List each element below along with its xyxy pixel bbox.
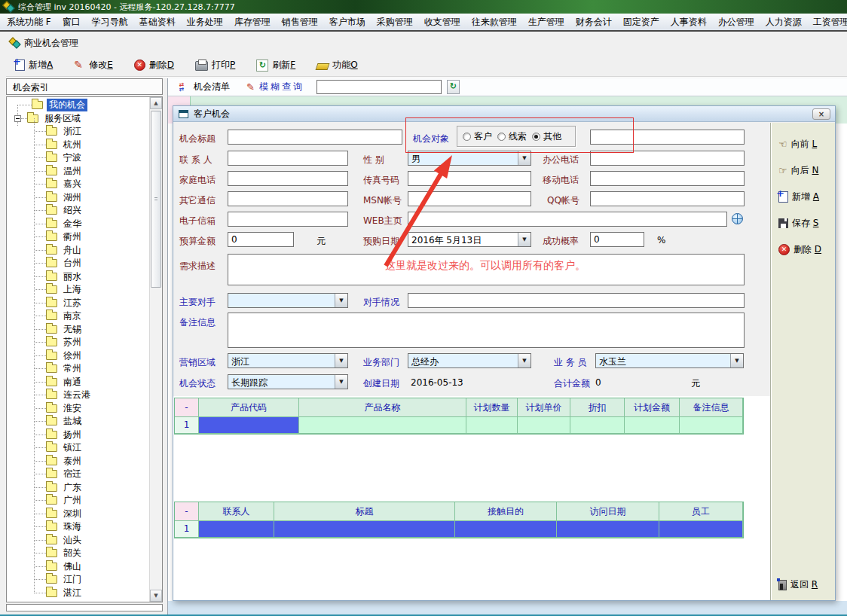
tree-item-region[interactable]: 湛江 <box>7 587 162 600</box>
region-select[interactable]: 浙江▼ <box>228 353 348 368</box>
tree-item-service-regions[interactable]: 服务区域 <box>7 112 162 126</box>
table-cell[interactable] <box>680 417 743 434</box>
chevron-down-icon[interactable]: ▼ <box>335 375 347 389</box>
tree-item-region[interactable]: 金华 <box>7 218 162 231</box>
tree-item-region[interactable]: 徐州 <box>7 349 162 363</box>
tree-item-region[interactable]: 江门 <box>7 573 162 587</box>
menu-item[interactable]: 基础资料 <box>139 16 176 29</box>
budget-input[interactable] <box>228 232 294 247</box>
menu-item[interactable]: 固定资产 <box>623 16 659 29</box>
tree-item-region[interactable]: 浙江 <box>7 125 162 139</box>
save-button[interactable]: 保存 S <box>771 215 835 230</box>
menu-item[interactable]: 财务会计 <box>576 16 612 29</box>
window-titlebar[interactable]: 综合管理 inv 20160420 - 远程服务-120.27.128.7:77… <box>0 0 847 14</box>
collapse-expander-icon[interactable] <box>14 115 21 122</box>
tree-item-region[interactable]: 广州 <box>7 494 162 508</box>
chevron-down-icon[interactable]: ▼ <box>730 354 743 367</box>
globe-icon[interactable] <box>732 213 743 224</box>
print-button[interactable]: 打印P <box>192 57 238 73</box>
tree-item-region[interactable]: 台州 <box>7 257 162 270</box>
mobile-input[interactable] <box>590 171 745 186</box>
previous-button[interactable]: ☜ 向前 L <box>771 136 835 151</box>
table-cell[interactable] <box>466 417 518 434</box>
add-button[interactable]: 新增A <box>12 57 56 73</box>
tree-item-my-opportunities[interactable]: 我的机会 <box>7 99 162 112</box>
tree-item-region[interactable]: 嘉兴 <box>7 178 162 191</box>
tree-item-region[interactable]: 宁波 <box>7 151 162 165</box>
chevron-down-icon[interactable]: ▼ <box>518 151 531 165</box>
menu-item[interactable]: 人事资料 <box>671 16 707 29</box>
scrollbar-thumb[interactable] <box>151 111 161 288</box>
dialog-close-icon[interactable]: × <box>812 108 830 120</box>
tree-item-region[interactable]: 宿迁 <box>7 468 162 481</box>
tree-item-region[interactable]: 汕头 <box>7 534 162 547</box>
menu-item[interactable]: 生产管理 <box>528 16 564 29</box>
qq-input[interactable] <box>590 191 745 206</box>
tree-item-region[interactable]: 南通 <box>7 376 162 389</box>
chevron-down-icon[interactable]: ▼ <box>335 294 347 307</box>
chevron-down-icon[interactable]: ▼ <box>518 233 531 246</box>
menu-item[interactable]: 人力资源 <box>766 16 802 29</box>
table-cell[interactable] <box>299 417 466 434</box>
table-cell-selected[interactable] <box>274 521 455 538</box>
search-input[interactable] <box>316 80 442 94</box>
tree-item-region[interactable]: 杭州 <box>7 139 162 152</box>
competitor-info-input[interactable] <box>408 293 745 308</box>
edit-button[interactable]: ✎ 修改E <box>71 57 116 73</box>
salesman-select[interactable]: 水玉兰▼ <box>595 353 744 368</box>
opp-title-input[interactable] <box>228 130 402 145</box>
contact-input[interactable] <box>228 151 348 166</box>
office-phone-input[interactable] <box>590 151 745 166</box>
menu-item[interactable]: 系统功能 F <box>7 16 51 29</box>
status-select[interactable]: 长期跟踪▼ <box>228 374 348 389</box>
competitor-select[interactable]: ▼ <box>228 293 348 308</box>
tree-item-region[interactable]: 南京 <box>7 310 162 323</box>
row-number-cell[interactable]: 1 <box>175 521 199 538</box>
tree-item-region[interactable]: 珠海 <box>7 520 162 534</box>
chevron-down-icon[interactable]: ▼ <box>518 354 531 367</box>
tree-item-region[interactable]: 韶关 <box>7 547 162 560</box>
tree-item-region[interactable]: 连云港 <box>7 389 162 402</box>
delete-record-button[interactable]: ✕ 删除 D <box>771 242 835 257</box>
menu-item[interactable]: 收支管理 <box>424 16 460 29</box>
table-cell-selected[interactable] <box>199 521 274 538</box>
tree-item-region[interactable]: 盐城 <box>7 415 162 428</box>
scroll-down-icon[interactable]: ▼ <box>150 590 162 602</box>
tree-item-region[interactable]: 苏州 <box>7 336 162 349</box>
table-cell-selected[interactable] <box>659 521 743 538</box>
next-button[interactable]: ☞ 向后 N <box>771 163 835 178</box>
menu-item[interactable]: 采购管理 <box>377 16 413 29</box>
tree-item-region[interactable]: 温州 <box>7 165 162 178</box>
table-cell-selected[interactable] <box>199 417 299 434</box>
row-number-cell[interactable]: 1 <box>175 417 199 434</box>
scroll-up-icon[interactable]: ▲ <box>150 97 162 109</box>
other-comm-input[interactable] <box>228 191 348 206</box>
refresh-button[interactable]: ↻ 刷新F <box>253 57 298 73</box>
menu-item[interactable]: 客户市场 <box>329 16 365 29</box>
menu-item[interactable]: 销售管理 <box>282 16 318 29</box>
fuzzy-search-button[interactable]: 模糊查询 <box>259 81 304 93</box>
function-button[interactable]: 功能O <box>313 57 360 73</box>
tree-item-region[interactable]: 湖州 <box>7 191 162 205</box>
menu-item[interactable]: 库存管理 <box>234 16 271 29</box>
table-cell-selected[interactable] <box>455 521 557 538</box>
success-rate-input[interactable] <box>590 232 644 247</box>
table-cell-selected[interactable] <box>557 521 659 538</box>
remark-textarea[interactable] <box>228 313 745 348</box>
home-phone-input[interactable] <box>228 171 348 186</box>
tree-item-region[interactable]: 江苏 <box>7 297 162 310</box>
tree-item-region[interactable]: 深圳 <box>7 508 162 521</box>
tree-item-region[interactable]: 镇江 <box>7 441 162 455</box>
tree-item-region[interactable]: 丽水 <box>7 270 162 284</box>
tree-scrollbar[interactable]: ▲ ▼ <box>149 97 162 602</box>
search-refresh-icon[interactable]: ↻ <box>447 80 460 94</box>
tree-item-region[interactable]: 泰州 <box>7 455 162 468</box>
tree-item-region[interactable]: 扬州 <box>7 428 162 442</box>
tree-item-region[interactable]: 衢州 <box>7 230 162 244</box>
tree-item-region[interactable]: 淮安 <box>7 402 162 416</box>
menu-item[interactable]: 窗口 <box>63 16 81 29</box>
email-input[interactable] <box>228 212 348 227</box>
table-cell[interactable] <box>518 417 570 434</box>
menu-item[interactable]: 学习导航 <box>92 16 128 29</box>
tree-item-region[interactable]: 绍兴 <box>7 204 162 218</box>
